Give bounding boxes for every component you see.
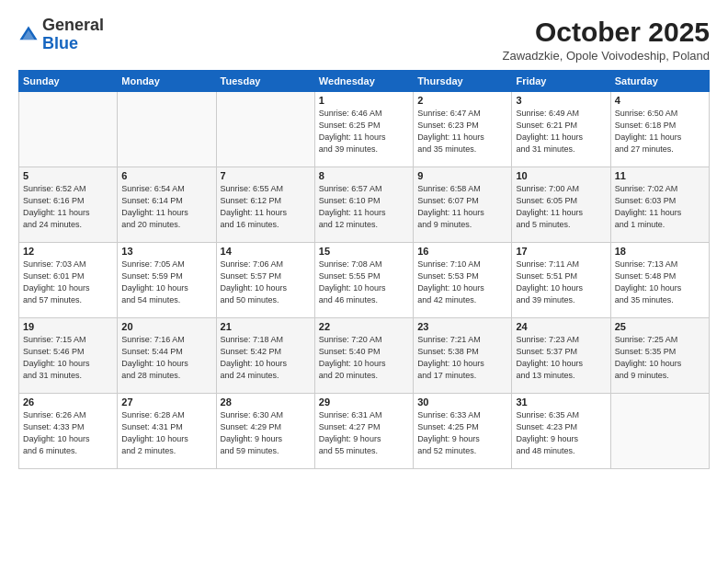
day-number: 31 (516, 396, 606, 408)
calendar-week-row: 1Sunrise: 6:46 AM Sunset: 6:25 PM Daylig… (19, 92, 710, 167)
logo-icon (18, 25, 39, 45)
calendar-week-row: 19Sunrise: 7:15 AM Sunset: 5:46 PM Dayli… (19, 318, 710, 394)
day-info: Sunrise: 6:30 AM Sunset: 4:29 PM Dayligh… (221, 409, 311, 457)
day-info: Sunrise: 7:15 AM Sunset: 5:46 PM Dayligh… (23, 334, 113, 382)
day-number: 25 (615, 321, 705, 332)
calendar-cell: 17Sunrise: 7:11 AM Sunset: 5:51 PM Dayli… (512, 243, 610, 318)
day-number: 8 (319, 170, 409, 181)
day-info: Sunrise: 7:00 AM Sunset: 6:05 PM Dayligh… (516, 183, 606, 231)
calendar-cell: 23Sunrise: 7:21 AM Sunset: 5:38 PM Dayli… (414, 318, 512, 394)
calendar-cell: 12Sunrise: 7:03 AM Sunset: 6:01 PM Dayli… (19, 243, 118, 318)
day-number: 24 (516, 321, 606, 332)
day-number: 13 (121, 246, 211, 257)
day-info: Sunrise: 6:26 AM Sunset: 4:33 PM Dayligh… (23, 409, 113, 457)
day-number: 3 (516, 95, 606, 106)
weekday-header: Friday (512, 71, 610, 92)
day-info: Sunrise: 7:18 AM Sunset: 5:42 PM Dayligh… (221, 334, 311, 382)
day-info: Sunrise: 6:35 AM Sunset: 4:23 PM Dayligh… (516, 409, 606, 457)
calendar-cell: 30Sunrise: 6:33 AM Sunset: 4:25 PM Dayli… (414, 394, 512, 469)
calendar-cell: 26Sunrise: 6:26 AM Sunset: 4:33 PM Dayli… (19, 394, 118, 469)
calendar-cell: 10Sunrise: 7:00 AM Sunset: 6:05 PM Dayli… (512, 167, 610, 243)
day-info: Sunrise: 6:50 AM Sunset: 6:18 PM Dayligh… (615, 108, 705, 155)
day-number: 15 (319, 246, 409, 257)
calendar-cell: 14Sunrise: 7:06 AM Sunset: 5:57 PM Dayli… (216, 243, 314, 318)
calendar-cell: 25Sunrise: 7:25 AM Sunset: 5:35 PM Dayli… (610, 318, 709, 394)
calendar-cell (118, 92, 216, 167)
day-number: 29 (319, 396, 409, 408)
day-info: Sunrise: 7:06 AM Sunset: 5:57 PM Dayligh… (221, 259, 311, 306)
day-info: Sunrise: 6:52 AM Sunset: 6:16 PM Dayligh… (23, 183, 113, 231)
day-info: Sunrise: 6:31 AM Sunset: 4:27 PM Dayligh… (319, 409, 409, 457)
day-info: Sunrise: 6:49 AM Sunset: 6:21 PM Dayligh… (516, 108, 606, 155)
day-number: 18 (615, 246, 705, 257)
calendar-cell: 4Sunrise: 6:50 AM Sunset: 6:18 PM Daylig… (610, 92, 709, 167)
day-number: 22 (319, 321, 409, 332)
day-info: Sunrise: 6:28 AM Sunset: 4:31 PM Dayligh… (121, 409, 211, 457)
day-info: Sunrise: 7:11 AM Sunset: 5:51 PM Dayligh… (516, 259, 606, 306)
calendar-cell: 16Sunrise: 7:10 AM Sunset: 5:53 PM Dayli… (414, 243, 512, 318)
calendar-cell: 24Sunrise: 7:23 AM Sunset: 5:37 PM Dayli… (512, 318, 610, 394)
day-number: 4 (615, 95, 705, 106)
page: General Blue October 2025 Zawadzkie, Opo… (0, 0, 728, 563)
weekday-header: Thursday (414, 71, 512, 92)
header: General Blue October 2025 Zawadzkie, Opo… (18, 17, 710, 63)
logo-blue: Blue (42, 34, 78, 52)
logo-text: General Blue (42, 17, 104, 53)
calendar-cell: 22Sunrise: 7:20 AM Sunset: 5:40 PM Dayli… (314, 318, 413, 394)
day-info: Sunrise: 6:58 AM Sunset: 6:07 PM Dayligh… (417, 183, 507, 231)
day-info: Sunrise: 7:05 AM Sunset: 5:59 PM Dayligh… (121, 259, 211, 306)
calendar-cell: 2Sunrise: 6:47 AM Sunset: 6:23 PM Daylig… (414, 92, 512, 167)
logo-general: General (42, 16, 104, 34)
weekday-header: Saturday (610, 71, 709, 92)
calendar-cell: 8Sunrise: 6:57 AM Sunset: 6:10 PM Daylig… (314, 167, 413, 243)
calendar-cell: 9Sunrise: 6:58 AM Sunset: 6:07 PM Daylig… (414, 167, 512, 243)
day-number: 19 (23, 321, 113, 332)
day-number: 28 (221, 396, 311, 408)
weekday-header-row: SundayMondayTuesdayWednesdayThursdayFrid… (19, 71, 710, 92)
day-number: 26 (23, 396, 113, 408)
day-info: Sunrise: 7:03 AM Sunset: 6:01 PM Dayligh… (23, 259, 113, 306)
day-info: Sunrise: 6:55 AM Sunset: 6:12 PM Dayligh… (221, 183, 311, 231)
day-number: 9 (417, 170, 507, 181)
weekday-header: Tuesday (216, 71, 314, 92)
day-number: 27 (121, 396, 211, 408)
day-info: Sunrise: 6:57 AM Sunset: 6:10 PM Dayligh… (319, 183, 409, 231)
day-number: 7 (221, 170, 311, 181)
day-number: 17 (516, 246, 606, 257)
day-info: Sunrise: 6:33 AM Sunset: 4:25 PM Dayligh… (417, 409, 507, 457)
day-number: 30 (417, 396, 507, 408)
calendar-week-row: 26Sunrise: 6:26 AM Sunset: 4:33 PM Dayli… (19, 394, 710, 469)
day-number: 2 (417, 95, 507, 106)
day-number: 21 (221, 321, 311, 332)
calendar-week-row: 12Sunrise: 7:03 AM Sunset: 6:01 PM Dayli… (19, 243, 710, 318)
calendar-cell: 18Sunrise: 7:13 AM Sunset: 5:48 PM Dayli… (610, 243, 709, 318)
weekday-header: Wednesday (314, 71, 413, 92)
day-info: Sunrise: 7:25 AM Sunset: 5:35 PM Dayligh… (615, 334, 705, 382)
calendar-cell: 28Sunrise: 6:30 AM Sunset: 4:29 PM Dayli… (216, 394, 314, 469)
location-subtitle: Zawadzkie, Opole Voivodeship, Poland (503, 49, 710, 63)
calendar-cell: 11Sunrise: 7:02 AM Sunset: 6:03 PM Dayli… (610, 167, 709, 243)
calendar-cell: 6Sunrise: 6:54 AM Sunset: 6:14 PM Daylig… (118, 167, 216, 243)
weekday-header: Sunday (19, 71, 118, 92)
day-info: Sunrise: 7:13 AM Sunset: 5:48 PM Dayligh… (615, 259, 705, 306)
calendar-table: SundayMondayTuesdayWednesdayThursdayFrid… (18, 70, 710, 469)
calendar-cell: 3Sunrise: 6:49 AM Sunset: 6:21 PM Daylig… (512, 92, 610, 167)
calendar-cell (19, 92, 118, 167)
day-number: 10 (516, 170, 606, 181)
day-number: 14 (221, 246, 311, 257)
day-number: 20 (121, 321, 211, 332)
day-info: Sunrise: 6:47 AM Sunset: 6:23 PM Dayligh… (417, 108, 507, 155)
calendar-cell: 15Sunrise: 7:08 AM Sunset: 5:55 PM Dayli… (314, 243, 413, 318)
day-info: Sunrise: 7:16 AM Sunset: 5:44 PM Dayligh… (121, 334, 211, 382)
calendar-cell: 7Sunrise: 6:55 AM Sunset: 6:12 PM Daylig… (216, 167, 314, 243)
calendar-cell: 27Sunrise: 6:28 AM Sunset: 4:31 PM Dayli… (118, 394, 216, 469)
day-number: 12 (23, 246, 113, 257)
title-block: October 2025 Zawadzkie, Opole Voivodeshi… (503, 17, 710, 63)
day-info: Sunrise: 7:23 AM Sunset: 5:37 PM Dayligh… (516, 334, 606, 382)
day-number: 23 (417, 321, 507, 332)
calendar-week-row: 5Sunrise: 6:52 AM Sunset: 6:16 PM Daylig… (19, 167, 710, 243)
calendar-cell: 21Sunrise: 7:18 AM Sunset: 5:42 PM Dayli… (216, 318, 314, 394)
day-info: Sunrise: 6:46 AM Sunset: 6:25 PM Dayligh… (319, 108, 409, 155)
day-info: Sunrise: 7:02 AM Sunset: 6:03 PM Dayligh… (615, 183, 705, 231)
calendar-cell (610, 394, 709, 469)
